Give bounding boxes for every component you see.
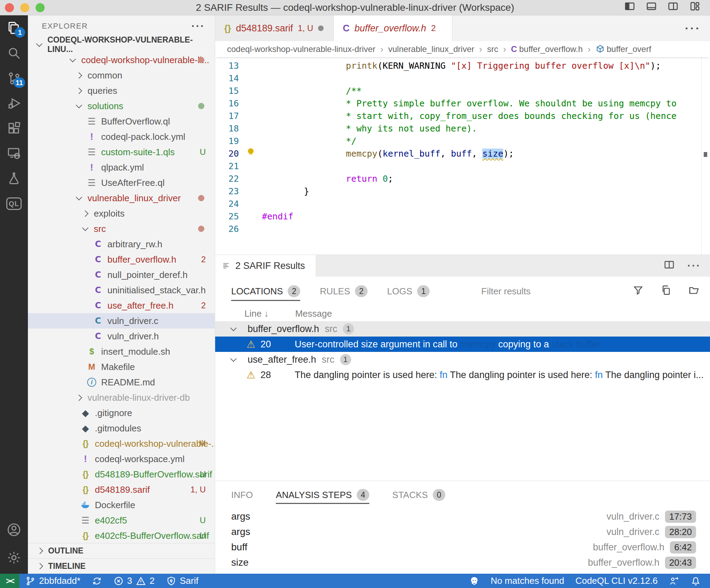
result-row-line-20[interactable]: ⚠20User-controlled size argument in call…	[215, 337, 710, 352]
result-group-use-after-free-h[interactable]: use_after_free.hsrc1	[215, 352, 710, 367]
explorer-more-actions-icon[interactable]: ···	[191, 24, 205, 28]
code-line-26[interactable]: 26	[215, 223, 710, 235]
tree-item-codeql-workshop-vulnerable-li[interactable]: codeql-workshop-vulnerable-li...	[28, 52, 215, 68]
split-panel-icon[interactable]	[664, 259, 675, 273]
tree-item-null-pointer-deref-h[interactable]: Cnull_pointer_deref.h	[28, 267, 215, 282]
code-line-17[interactable]: 17 * start with, copy_from_user does bou…	[215, 110, 710, 122]
tree-item-d548189-bufferoverflow-sarif[interactable]: {}d548189-BufferOverflow.sarifU	[28, 467, 215, 482]
tab-info[interactable]: INFO	[231, 481, 253, 509]
settings-button[interactable]	[0, 545, 28, 570]
tree-item-common[interactable]: common	[28, 68, 215, 83]
tree-item-d548189-sarif[interactable]: {}d548189.sarif1, U	[28, 482, 215, 497]
sidebar-item-testing[interactable]	[0, 166, 28, 191]
result-row-line-28[interactable]: ⚠28The dangling pointer is used here: fn…	[215, 367, 710, 383]
tree-item-qlpack-yml[interactable]: !qlpack.yml	[28, 160, 215, 175]
maximize-window-button[interactable]	[36, 3, 45, 12]
tree-item-arbitrary-rw-h[interactable]: Carbitrary_rw.h	[28, 236, 215, 252]
editor-scrollbar[interactable]	[701, 57, 702, 255]
panel-tab-sarif-results[interactable]: 2 SARIF Results	[215, 255, 316, 277]
filter-results-input[interactable]	[481, 286, 596, 297]
sidebar-item-source-control[interactable]: 11	[0, 66, 28, 91]
code-line-25[interactable]: 25#endif	[215, 210, 710, 223]
breadcrumb-item[interactable]: src	[487, 44, 498, 54]
close-window-button[interactable]	[5, 3, 14, 12]
tab-rules[interactable]: RULES 2	[320, 277, 368, 306]
tree-item-codeql-workshop-vulnerable[interactable]: {}codeql-workshop-vulnerable-...M	[28, 436, 215, 451]
code-line-16[interactable]: 16 * Pretty simple buffer overflow. We s…	[215, 97, 710, 110]
workspace-root-row[interactable]: CODEQL-WORKSHOP-VULNERABLE-LINU...	[28, 37, 215, 52]
analysis-step-buff-6-42[interactable]: buffbuffer_overflow.h6:42	[215, 540, 710, 555]
customize-layout-icon[interactable]	[689, 1, 700, 14]
outline-section-header[interactable]: OUTLINE	[28, 543, 215, 558]
sidebar-item-search[interactable]	[0, 40, 28, 66]
code-editor[interactable]: 13 printk(KERN_WARNING "[x] Triggering b…	[215, 57, 710, 255]
tree-item-vuln-driver-c[interactable]: Cvuln_driver.c	[28, 313, 215, 329]
tree-item-vulnerable-linux-driver-db[interactable]: vulnerable-linux-driver-db	[28, 390, 215, 405]
code-line-19[interactable]: 19 */	[215, 135, 710, 147]
tab-d548189-sarif[interactable]: {} d548189.sarif 1, U	[215, 15, 334, 41]
tree-item-exploits[interactable]: exploits	[28, 206, 215, 221]
breadcrumb-item[interactable]: buffer_overf	[596, 44, 651, 54]
feedback-button[interactable]	[663, 574, 685, 588]
tree-item-insert-module-sh[interactable]: $insert_module.sh	[28, 344, 215, 359]
sidebar-item-codeql[interactable]: QL	[0, 191, 28, 216]
editor-more-actions-icon[interactable]: ···	[685, 22, 701, 35]
analysis-step-size-20-43[interactable]: sizebuffer_overflow.h20:43	[215, 555, 710, 570]
filter-icon[interactable]	[633, 285, 644, 298]
remote-indicator[interactable]: ><	[0, 574, 20, 588]
code-line-18[interactable]: 18 * why its not used here).	[215, 122, 710, 135]
sidebar-item-run-debug[interactable]	[0, 91, 28, 116]
breadcrumb-item[interactable]: codeql-workshop-vulnerable-linux-driver	[227, 44, 376, 54]
tree-item-dockerfile[interactable]: Dockerfile	[28, 497, 215, 513]
tree-item-uninitialised-stack-var-h[interactable]: Cuninitialised_stack_var.h	[28, 282, 215, 298]
lightbulb-icon[interactable]	[246, 147, 256, 160]
git-branch-button[interactable]: 2bbfdadd*	[20, 574, 86, 588]
tree-item-readme-md[interactable]: iREADME.md	[28, 375, 215, 390]
tree-item-buffer-overflow-h[interactable]: Cbuffer_overflow.h2	[28, 252, 215, 267]
tab-analysis-steps[interactable]: ANALYSIS STEPS 4	[276, 481, 369, 509]
code-line-23[interactable]: 23 }	[215, 185, 710, 197]
tree-item-e402cf5-bufferoverflow-sarif[interactable]: {}e402cf5-BufferOverflow.sarifU	[28, 528, 215, 543]
problems-button[interactable]: 3 2	[108, 574, 160, 588]
github-button[interactable]	[463, 574, 485, 588]
sarif-status-button[interactable]: Sarif	[160, 574, 204, 588]
breadcrumb-item[interactable]: vulnerable_linux_driver	[388, 44, 474, 54]
sync-button[interactable]	[86, 574, 108, 588]
timeline-section-header[interactable]: TIMELINE	[28, 558, 215, 574]
tree-item-vuln-driver-h[interactable]: Cvuln_driver.h	[28, 329, 215, 344]
code-line-15[interactable]: 15 /**	[215, 84, 710, 97]
column-message[interactable]: Message	[295, 308, 332, 319]
split-editor-icon[interactable]	[667, 1, 679, 14]
tree-item-custom-suite-1-qls[interactable]: ☰custom-suite-1.qlsU	[28, 144, 215, 160]
tree-item-use-after-free-h[interactable]: Cuse_after_free.h2	[28, 298, 215, 313]
sidebar-item-explorer[interactable]: 1	[0, 15, 28, 40]
sidebar-item-extensions[interactable]	[0, 116, 28, 141]
breadcrumb-item[interactable]: Cbuffer_overflow.h	[511, 44, 583, 54]
copy-icon[interactable]	[660, 285, 672, 298]
tree-item-bufferoverflow-ql[interactable]: ☰BufferOverflow.ql	[28, 114, 215, 129]
tree-item-gitignore[interactable]: ◆.gitignore	[28, 405, 215, 421]
analysis-step-args-17-73[interactable]: argsvuln_driver.c17:73	[215, 509, 710, 524]
tab-locations[interactable]: LOCATIONS 2	[231, 277, 300, 306]
tree-item-makefile[interactable]: MMakefile	[28, 359, 215, 375]
tree-item-gitmodules[interactable]: ◆.gitmodules	[28, 421, 215, 436]
column-line[interactable]: Line ↓	[244, 308, 269, 319]
analysis-step-args-28-20[interactable]: argsvuln_driver.c28:20	[215, 524, 710, 540]
search-matches-status[interactable]: No matches found	[485, 574, 570, 588]
code-line-22[interactable]: 22 return 0;	[215, 172, 710, 185]
tree-item-codeql-pack-lock-yml[interactable]: !codeql-pack.lock.yml	[28, 129, 215, 144]
tree-item-solutions[interactable]: solutions	[28, 98, 215, 114]
tree-item-codeql-workspace-yml[interactable]: !codeql-workspace.yml	[28, 451, 215, 467]
code-line-24[interactable]: 24	[215, 197, 710, 210]
code-line-21[interactable]: 21	[215, 160, 710, 172]
code-line-14[interactable]: 14	[215, 72, 710, 84]
account-button[interactable]	[0, 517, 28, 542]
toggle-sidebar-icon[interactable]	[624, 1, 635, 14]
result-group-buffer-overflow-h[interactable]: buffer_overflow.hsrc1	[215, 321, 710, 337]
tab-buffer-overflow-h[interactable]: C buffer_overflow.h 2	[334, 15, 452, 41]
tree-item-vulnerable-linux-driver[interactable]: vulnerable_linux_driver	[28, 190, 215, 206]
toggle-panel-icon[interactable]	[646, 1, 657, 14]
codeql-cli-status[interactable]: CodeQL CLI v2.12.6	[570, 574, 663, 588]
tree-item-useafterfree-ql[interactable]: ☰UseAfterFree.ql	[28, 175, 215, 190]
notifications-button[interactable]	[685, 574, 707, 588]
